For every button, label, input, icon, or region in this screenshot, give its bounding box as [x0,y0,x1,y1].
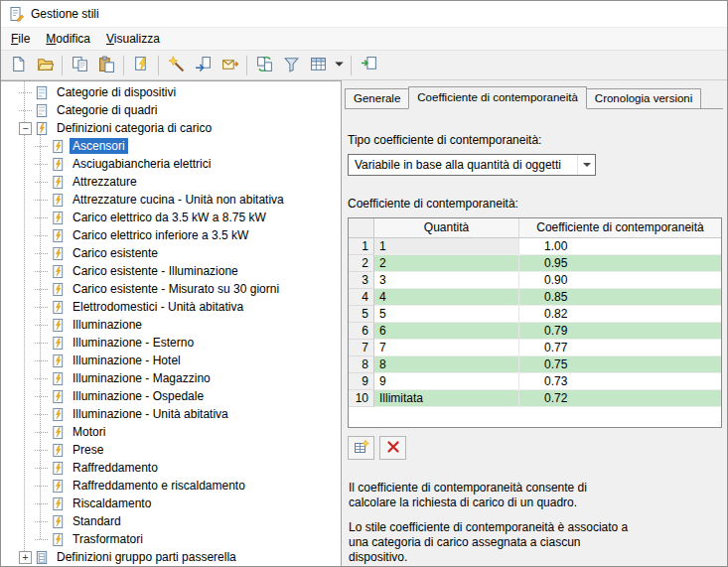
set-from-icon [195,56,212,75]
row-number: 9 [349,373,374,390]
tree-item[interactable]: Riscaldamento [1,495,341,512]
toolbar [1,50,727,80]
chevron-down-icon[interactable] [577,155,595,175]
tree-connector [35,289,48,290]
toggle-view-button[interactable] [305,53,331,77]
inline-edit-button[interactable] [356,53,381,77]
add-row-button[interactable] [348,436,374,460]
coefficient-cell[interactable]: 0.85 [519,289,721,306]
synchronize-styles-button[interactable] [251,53,277,77]
quantity-cell[interactable]: 9 [374,373,519,390]
coefficient-cell[interactable]: 1.00 [519,238,721,255]
tree-item[interactable]: Ascensori [1,137,341,155]
tree-item[interactable]: Categorie di quadri [1,101,341,119]
coefficient-cell[interactable]: 0.79 [519,323,721,340]
collapse-icon[interactable]: − [19,122,32,135]
type-combobox[interactable]: Variabile in base alla quantità di ogget… [348,154,596,176]
column-header-quantity: Quantità [374,218,519,237]
tree-item-label: Definizioni categoria di carico [54,120,215,136]
tree-connector [35,325,48,326]
quantity-cell[interactable]: 4 [374,289,519,306]
coefficient-cell[interactable]: 0.75 [519,356,721,373]
view-options-button[interactable] [332,53,347,77]
tree-item[interactable]: Illuminazione - Esterno [1,334,341,352]
tree-connector [35,521,48,522]
sync-icon [256,56,273,75]
menu-file[interactable]: File [3,28,38,50]
tree-item[interactable]: Carico esistente - Misurato su 30 giorni [1,280,341,298]
tree-item[interactable]: −Definizioni categoria di carico [1,119,341,137]
tree-item-label: Carico esistente [70,245,161,261]
tree-item-label: Definizioni gruppo parti passerella [54,549,239,565]
quantity-cell[interactable]: 2 [374,255,519,272]
menu-modifica[interactable]: Modifica [38,28,98,50]
coefficient-cell[interactable]: 0.90 [519,272,721,289]
tab-content: Tipo coefficiente di contemporaneità: Va… [345,109,723,566]
quantity-cell[interactable]: 1 [374,238,519,255]
new-style-button[interactable] [163,53,189,77]
tree-item[interactable]: Carico esistente - Illuminazione [1,262,341,280]
tree-item[interactable]: Illuminazione - Unità abitativa [1,405,341,423]
row-number: 10 [349,390,374,407]
quantity-cell[interactable]: 6 [374,323,519,340]
tab-strip-filler [700,86,723,109]
copy-button[interactable] [67,53,92,77]
tab-strip: GeneraleCoefficiente di contemporaneitàC… [345,86,723,109]
tree-item[interactable]: Prese [1,441,341,459]
tab-generale[interactable]: Generale [345,88,409,109]
tree-item[interactable]: Attrezzature [1,173,341,191]
tree-item[interactable]: Illuminazione - Magazzino [1,369,341,387]
coefficient-cell[interactable]: 0.73 [519,373,721,390]
new-file-icon [10,56,27,75]
paste-button[interactable] [93,53,119,77]
menu-visualizza[interactable]: Visualizza [98,28,168,50]
quantity-cell[interactable]: 5 [374,306,519,323]
tab-cronologia[interactable]: Cronologia versioni [586,88,701,109]
tree-item[interactable]: Illuminazione [1,316,341,334]
tree-item[interactable]: Attrezzature cucina - Unità non abitativ… [1,191,341,209]
description-2: Lo stile coefficiente di contemporaneità… [349,520,633,565]
coefficient-cell[interactable]: 0.82 [519,306,721,323]
send-styles-button[interactable] [217,53,242,77]
tree-item[interactable]: Illuminazione - Ospedale [1,387,341,405]
tree-item[interactable]: Standard [1,512,341,530]
tree-connector [19,110,32,111]
tree-item[interactable]: +Definizioni gruppo parti passerella [1,548,341,566]
coefficient-cell[interactable]: 0.72 [519,390,721,407]
open-drawing-button[interactable] [32,53,58,77]
quantity-cell[interactable]: 7 [374,340,519,356]
tree-item[interactable]: Raffreddamento e riscaldamento [1,477,341,495]
tree-item[interactable]: Asciugabiancheria elettrici [1,155,341,173]
quantity-cell[interactable]: Illimitata [374,390,519,407]
tree-item[interactable]: Categorie di dispositivi [1,83,341,101]
new-style-icon [168,56,185,75]
tree-item-label: Attrezzature cucina - Unità non abitativ… [70,192,287,208]
purge-styles-button[interactable] [128,53,154,77]
set-from-button[interactable] [190,53,216,77]
table-corner-cell [349,218,374,237]
tree-item[interactable]: Motori [1,423,341,441]
tree-connector [35,539,48,540]
tree-item[interactable]: Raffreddamento [1,459,341,477]
coefficient-cell[interactable]: 0.77 [519,340,721,356]
expand-icon[interactable]: + [19,551,32,564]
delete-row-button[interactable] [379,436,406,460]
tree-connector [35,146,48,147]
table-row: 330.90 [349,272,721,289]
tree-item-label: Illuminazione - Unità abitativa [70,406,231,422]
tree-item[interactable]: Illuminazione - Hotel [1,352,341,369]
quantity-cell[interactable]: 8 [374,356,519,373]
tree-item[interactable]: Trasformatori [1,530,341,548]
title-bar: Gestione stili [1,1,727,28]
tree-connector [35,414,48,415]
tab-coefficiente[interactable]: Coefficiente di contemporaneità [408,86,587,109]
tree-item[interactable]: Carico esistente [1,244,341,262]
tree-item[interactable]: Carico elettrico inferiore a 3.5 kW [1,226,341,244]
tree-item[interactable]: Carico elettrico da 3.5 kW a 8.75 kW [1,209,341,226]
tree-item[interactable]: Elettrodomestici - Unità abitativa [1,298,341,316]
quantity-cell[interactable]: 3 [374,272,519,289]
tree-connector [35,253,48,254]
coefficient-cell[interactable]: 0.95 [519,255,721,272]
filter-style-type-button[interactable] [278,53,304,77]
new-drawing-button[interactable] [5,53,31,77]
